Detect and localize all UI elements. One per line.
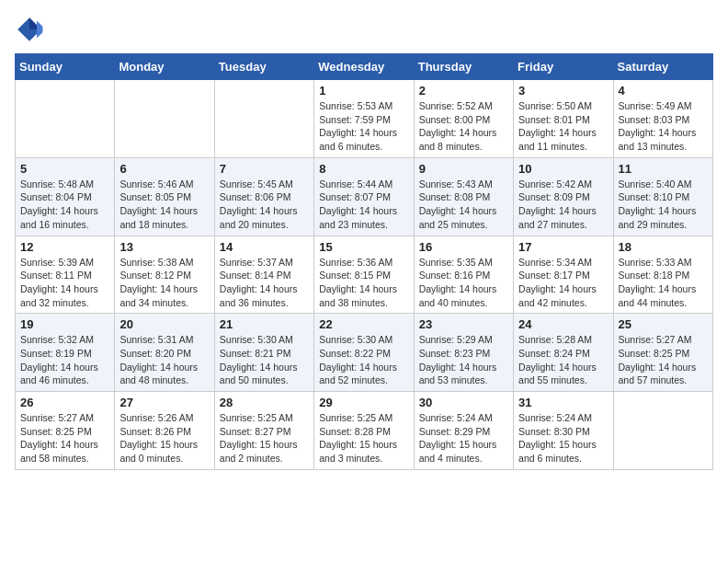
day-info: Sunrise: 5:29 AMSunset: 8:23 PMDaylight:… [419,333,508,387]
day-number: 16 [419,240,508,254]
day-info: Sunrise: 5:37 AMSunset: 8:14 PMDaylight:… [220,256,309,310]
calendar-day-cell: 22Sunrise: 5:30 AMSunset: 8:22 PMDayligh… [314,314,414,392]
day-number: 1 [319,84,408,98]
day-info: Sunrise: 5:26 AMSunset: 8:26 PMDaylight:… [119,411,209,465]
day-info: Sunrise: 5:36 AMSunset: 8:15 PMDaylight:… [319,256,408,310]
day-number: 10 [518,162,608,176]
calendar-header-row: SundayMondayTuesdayWednesdayThursdayFrid… [16,54,713,80]
calendar-day-cell: 16Sunrise: 5:35 AMSunset: 8:16 PMDayligh… [414,236,513,314]
calendar-day-cell: 3Sunrise: 5:50 AMSunset: 8:01 PMDaylight… [514,80,613,158]
day-number: 7 [220,162,309,176]
day-number: 12 [20,240,109,254]
day-info: Sunrise: 5:27 AMSunset: 8:25 PMDaylight:… [20,411,109,465]
calendar-day-cell: 13Sunrise: 5:38 AMSunset: 8:12 PMDayligh… [115,236,214,314]
day-info: Sunrise: 5:50 AMSunset: 8:01 PMDaylight:… [518,99,608,154]
calendar-day-cell: 18Sunrise: 5:33 AMSunset: 8:18 PMDayligh… [613,236,712,314]
day-number: 8 [319,162,408,176]
day-number: 26 [20,396,109,409]
day-number: 14 [220,240,309,254]
day-info: Sunrise: 5:32 AMSunset: 8:19 PMDaylight:… [20,333,109,387]
day-number: 15 [319,240,408,254]
calendar-day-cell: 27Sunrise: 5:26 AMSunset: 8:26 PMDayligh… [115,392,214,470]
calendar-table: SundayMondayTuesdayWednesdayThursdayFrid… [15,53,713,470]
calendar-day-cell: 28Sunrise: 5:25 AMSunset: 8:27 PMDayligh… [214,392,313,470]
calendar-day-cell: 14Sunrise: 5:37 AMSunset: 8:14 PMDayligh… [214,236,313,314]
day-info: Sunrise: 5:24 AMSunset: 8:30 PMDaylight:… [518,411,608,465]
weekday-header: Wednesday [314,54,414,80]
calendar-week-row: 12Sunrise: 5:39 AMSunset: 8:11 PMDayligh… [16,236,713,314]
calendar-day-cell: 4Sunrise: 5:49 AMSunset: 8:03 PMDaylight… [613,80,712,158]
calendar-week-row: 26Sunrise: 5:27 AMSunset: 8:25 PMDayligh… [16,392,713,470]
calendar-day-cell [115,80,214,158]
day-info: Sunrise: 5:27 AMSunset: 8:25 PMDaylight:… [619,333,708,387]
day-number: 28 [220,396,309,409]
day-info: Sunrise: 5:44 AMSunset: 8:07 PMDaylight:… [319,178,408,232]
calendar-day-cell [613,392,712,470]
calendar-day-cell: 24Sunrise: 5:28 AMSunset: 8:24 PMDayligh… [514,314,613,392]
day-number: 2 [419,84,508,98]
day-number: 25 [619,317,708,331]
calendar-day-cell: 21Sunrise: 5:30 AMSunset: 8:21 PMDayligh… [214,314,313,392]
logo [15,15,48,44]
day-number: 21 [220,317,309,331]
day-number: 4 [619,84,708,98]
calendar-day-cell: 15Sunrise: 5:36 AMSunset: 8:15 PMDayligh… [314,236,414,314]
calendar-day-cell: 8Sunrise: 5:44 AMSunset: 8:07 PMDaylight… [314,157,414,236]
day-number: 3 [518,84,608,98]
day-number: 5 [20,162,109,176]
calendar-day-cell: 19Sunrise: 5:32 AMSunset: 8:19 PMDayligh… [16,314,115,392]
day-info: Sunrise: 5:42 AMSunset: 8:09 PMDaylight:… [518,178,608,232]
page-header [15,15,713,44]
day-info: Sunrise: 5:28 AMSunset: 8:24 PMDaylight:… [518,333,608,387]
calendar-day-cell: 17Sunrise: 5:34 AMSunset: 8:17 PMDayligh… [514,236,613,314]
day-info: Sunrise: 5:43 AMSunset: 8:08 PMDaylight:… [419,178,508,232]
day-info: Sunrise: 5:48 AMSunset: 8:04 PMDaylight:… [20,178,109,232]
calendar-day-cell: 5Sunrise: 5:48 AMSunset: 8:04 PMDaylight… [16,157,115,236]
day-number: 11 [619,162,708,176]
day-number: 18 [619,240,708,254]
day-number: 31 [518,396,608,409]
day-info: Sunrise: 5:53 AMSunset: 7:59 PMDaylight:… [319,99,408,154]
calendar-day-cell: 20Sunrise: 5:31 AMSunset: 8:20 PMDayligh… [115,314,214,392]
day-number: 22 [319,317,408,331]
day-info: Sunrise: 5:38 AMSunset: 8:12 PMDaylight:… [119,256,209,310]
day-number: 30 [419,396,508,409]
weekday-header: Sunday [16,54,115,80]
calendar-day-cell: 31Sunrise: 5:24 AMSunset: 8:30 PMDayligh… [514,392,613,470]
day-info: Sunrise: 5:52 AMSunset: 8:00 PMDaylight:… [419,99,508,154]
weekday-header: Thursday [414,54,513,80]
day-info: Sunrise: 5:31 AMSunset: 8:20 PMDaylight:… [119,333,209,387]
day-info: Sunrise: 5:35 AMSunset: 8:16 PMDaylight:… [419,256,508,310]
day-info: Sunrise: 5:34 AMSunset: 8:17 PMDaylight:… [518,256,608,310]
day-info: Sunrise: 5:39 AMSunset: 8:11 PMDaylight:… [20,256,109,310]
weekday-header: Monday [115,54,214,80]
calendar-day-cell [16,80,115,158]
weekday-header: Saturday [613,54,712,80]
calendar-day-cell: 12Sunrise: 5:39 AMSunset: 8:11 PMDayligh… [16,236,115,314]
day-info: Sunrise: 5:46 AMSunset: 8:05 PMDaylight:… [119,178,209,232]
day-number: 9 [419,162,508,176]
calendar-week-row: 19Sunrise: 5:32 AMSunset: 8:19 PMDayligh… [16,314,713,392]
day-info: Sunrise: 5:49 AMSunset: 8:03 PMDaylight:… [619,99,708,154]
calendar-day-cell: 2Sunrise: 5:52 AMSunset: 8:00 PMDaylight… [414,80,513,158]
calendar-day-cell: 29Sunrise: 5:25 AMSunset: 8:28 PMDayligh… [314,392,414,470]
calendar-day-cell: 1Sunrise: 5:53 AMSunset: 7:59 PMDaylight… [314,80,414,158]
day-info: Sunrise: 5:40 AMSunset: 8:10 PMDaylight:… [619,178,708,232]
day-info: Sunrise: 5:25 AMSunset: 8:28 PMDaylight:… [319,411,408,465]
calendar-day-cell: 11Sunrise: 5:40 AMSunset: 8:10 PMDayligh… [613,157,712,236]
day-info: Sunrise: 5:30 AMSunset: 8:21 PMDaylight:… [220,333,309,387]
calendar-day-cell [214,80,313,158]
svg-marker-2 [37,20,42,38]
calendar-week-row: 1Sunrise: 5:53 AMSunset: 7:59 PMDaylight… [16,80,713,158]
calendar-day-cell: 23Sunrise: 5:29 AMSunset: 8:23 PMDayligh… [414,314,513,392]
day-number: 19 [20,317,109,331]
day-info: Sunrise: 5:25 AMSunset: 8:27 PMDaylight:… [220,411,309,465]
day-number: 6 [119,162,209,176]
day-number: 13 [119,240,209,254]
calendar-day-cell: 30Sunrise: 5:24 AMSunset: 8:29 PMDayligh… [414,392,513,470]
day-number: 17 [518,240,608,254]
day-number: 29 [319,396,408,409]
calendar-day-cell: 9Sunrise: 5:43 AMSunset: 8:08 PMDaylight… [414,157,513,236]
calendar-week-row: 5Sunrise: 5:48 AMSunset: 8:04 PMDaylight… [16,157,713,236]
calendar-day-cell: 6Sunrise: 5:46 AMSunset: 8:05 PMDaylight… [115,157,214,236]
